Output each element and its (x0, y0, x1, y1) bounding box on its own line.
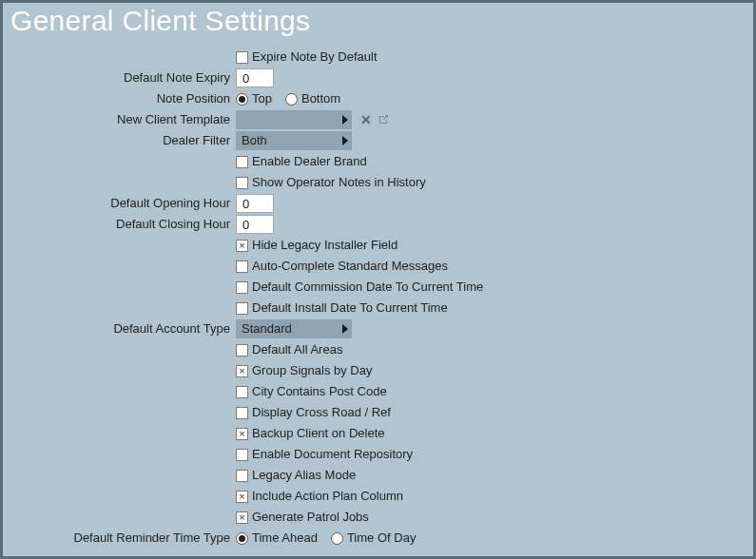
default-reminder-time-type-label: Default Reminder Time Type (3, 530, 236, 546)
enable-dealer-brand-checkbox[interactable] (236, 156, 248, 168)
default-account-type-dropdown[interactable]: Standard (236, 319, 352, 338)
include-action-plan-col-checkbox[interactable]: × (236, 491, 248, 503)
chevron-right-icon (342, 115, 348, 125)
chevron-right-icon (342, 324, 348, 334)
default-note-expiry-input[interactable] (236, 68, 274, 87)
default-closing-hour-input[interactable] (236, 215, 274, 234)
reminder-time-ahead-radio[interactable] (236, 532, 248, 545)
expire-note-checkbox[interactable] (236, 51, 248, 64)
auto-complete-msgs-checkbox[interactable] (236, 260, 248, 273)
dealer-filter-dropdown[interactable]: Both (236, 131, 352, 150)
time-ahead-min-header: Min (283, 553, 325, 559)
clear-template-icon[interactable]: ✕ (359, 113, 373, 126)
new-client-template-dropdown[interactable] (236, 110, 352, 129)
reminder-time-of-day-radio[interactable] (331, 532, 343, 545)
default-account-type-value: Standard (242, 321, 292, 337)
group-signals-by-day-label: Group Signals by Day (252, 363, 372, 378)
note-position-top-radio[interactable] (236, 93, 248, 106)
reminder-time-ahead-label[interactable]: Time Ahead (252, 530, 318, 546)
include-action-plan-col-label: Include Action Plan Column (252, 489, 403, 504)
default-all-areas-checkbox[interactable] (236, 344, 248, 357)
default-opening-hour-input[interactable] (236, 194, 274, 213)
backup-client-on-delete-checkbox[interactable]: × (236, 428, 248, 440)
note-position-bottom-label[interactable]: Bottom (301, 91, 340, 106)
expire-note-label: Expire Note By Default (252, 49, 378, 65)
new-client-template-label: New Client Template (3, 112, 236, 127)
auto-complete-msgs-label: Auto-Complete Standard Messages (252, 259, 448, 274)
dealer-filter-label: Dealer Filter (3, 133, 236, 148)
group-signals-by-day-checkbox[interactable]: × (236, 365, 248, 377)
note-position-bottom-radio[interactable] (285, 93, 298, 106)
display-cross-road-checkbox[interactable] (236, 407, 248, 419)
enable-dealer-brand-label: Enable Dealer Brand (252, 154, 367, 169)
show-operator-notes-label: Show Operator Notes in History (252, 175, 426, 190)
default-all-areas-label: Default All Areas (252, 342, 342, 357)
generate-patrol-jobs-label: Generate Patrol Jobs (252, 510, 369, 525)
reminder-time-of-day-label[interactable]: Time Of Day (347, 530, 416, 546)
legacy-alias-mode-label: Legacy Alias Mode (252, 468, 356, 483)
display-cross-road-label: Display Cross Road / Ref (252, 405, 391, 420)
city-contains-post-code-label: City Contains Post Code (252, 384, 387, 399)
enable-doc-repo-label: Enable Document Repository (252, 447, 413, 462)
default-install-date-label: Default Install Date To Current Time (252, 300, 448, 316)
show-operator-notes-checkbox[interactable] (236, 177, 248, 189)
generate-patrol-jobs-checkbox[interactable]: × (236, 511, 248, 524)
hide-legacy-installer-label: Hide Legacy Installer Field (252, 238, 397, 253)
default-commission-date-label: Default Commission Date To Current Time (252, 280, 483, 295)
default-note-expiry-label: Default Note Expiry (3, 70, 236, 86)
chevron-right-icon (342, 136, 348, 145)
default-commission-date-checkbox[interactable] (236, 281, 248, 294)
legacy-alias-mode-checkbox[interactable] (236, 470, 248, 482)
settings-panel: General Client Settings Expire Note By D… (3, 3, 753, 556)
hide-legacy-installer-checkbox[interactable]: × (236, 240, 248, 252)
default-closing-hour-label: Default Closing Hour (3, 217, 236, 232)
default-install-date-checkbox[interactable] (236, 302, 248, 315)
note-position-top-label[interactable]: Top (252, 91, 272, 106)
default-account-type-label: Default Account Type (3, 321, 236, 337)
open-template-icon[interactable] (377, 113, 390, 126)
backup-client-on-delete-label: Backup Client on Delete (252, 426, 384, 441)
page-title: General Client Settings (3, 3, 753, 43)
note-position-label: Note Position (3, 91, 236, 106)
dealer-filter-value: Both (242, 133, 267, 148)
city-contains-post-code-checkbox[interactable] (236, 386, 248, 398)
time-ahead-hour-header: Hour (236, 553, 278, 559)
settings-form: Expire Note By Default Default Note Expi… (3, 43, 753, 559)
default-opening-hour-label: Default Opening Hour (3, 196, 236, 211)
enable-doc-repo-checkbox[interactable] (236, 449, 248, 461)
